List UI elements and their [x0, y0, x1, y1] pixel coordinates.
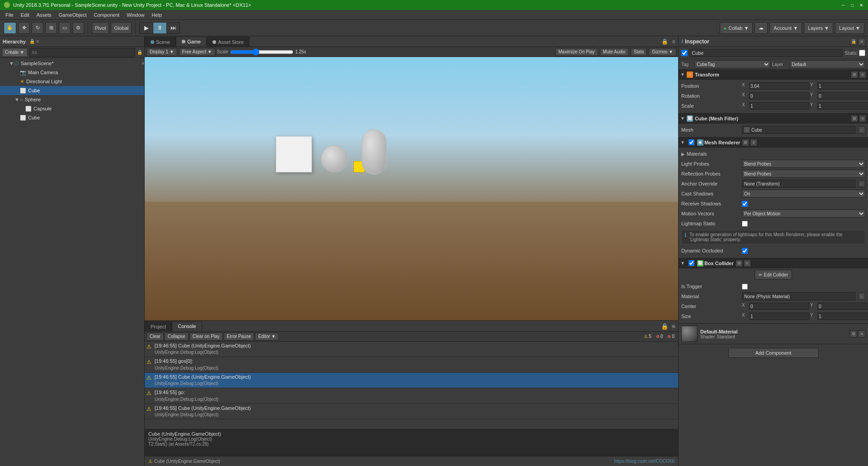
hierarchy-lock-icon[interactable]: 🔒 [29, 39, 35, 44]
hierarchy-search-input[interactable] [29, 48, 135, 57]
scene-viewport[interactable] [145, 57, 678, 320]
hand-tool-button[interactable]: ✋ [4, 22, 16, 34]
console-log-entry-3[interactable]: ⚠ [19:46:55] go: UnityEngine.Debug:Log(O… [145, 388, 678, 404]
is-trigger-checkbox[interactable] [742, 284, 748, 290]
play-button[interactable]: ▶ [139, 22, 153, 34]
light-probes-select[interactable]: Blend Probes [742, 160, 865, 168]
menu-item-assets[interactable]: Assets [33, 11, 55, 19]
transform-more-button[interactable]: ≡ [859, 71, 866, 78]
pos-y-field[interactable] [817, 82, 868, 90]
motion-vectors-select[interactable]: Per Object Motion [742, 209, 865, 218]
mesh-select-button[interactable]: ○ [858, 126, 865, 133]
clear-button[interactable]: Clear [146, 333, 164, 341]
gizmos-button[interactable]: Gizmos ▼ [649, 48, 676, 56]
reflection-probes-select[interactable]: Blend Probes [742, 170, 865, 178]
rot-x-field[interactable] [749, 92, 809, 100]
custom-tool-button[interactable]: ⚙ [72, 22, 84, 34]
cloud-button[interactable]: ☁ [755, 22, 768, 34]
anchor-select-button[interactable]: ○ [858, 180, 865, 187]
material-settings-button[interactable]: ⚙ [850, 330, 857, 338]
close-button[interactable]: ✕ [858, 2, 864, 8]
error-pause-button[interactable]: Error Pause [224, 333, 254, 341]
menu-item-help[interactable]: Help [148, 11, 165, 19]
project-tab[interactable]: Project [145, 321, 172, 331]
transform-component-header[interactable]: ▼ ↔ Transform ⚙ ≡ [679, 70, 868, 80]
rot-y-field[interactable] [817, 92, 868, 100]
hierarchy-item-cube2[interactable]: ⬜ Cube [0, 113, 144, 122]
console-log-entry-0[interactable]: ⚠ [19:46:55] Cube (UnityEngine.GameObjec… [145, 342, 678, 357]
box-collider-settings-button[interactable]: ⚙ [736, 260, 743, 267]
view-panel-more-icon[interactable]: ≡ [669, 37, 678, 47]
editor-button[interactable]: Editor ▼ [255, 333, 279, 341]
step-button[interactable]: ⏭ [166, 22, 180, 34]
pause-button[interactable]: ⏸ [153, 22, 166, 34]
scale-tool-button[interactable]: ⊞ [45, 22, 57, 34]
transform-settings-button[interactable]: ⚙ [851, 71, 858, 78]
console-more-icon[interactable]: ≡ [669, 321, 678, 331]
cast-shadows-select[interactable]: On [742, 190, 865, 198]
cen-x-field[interactable] [749, 303, 809, 310]
console-lock-icon[interactable]: 🔒 [660, 321, 669, 331]
mesh-filter-more-button[interactable]: ≡ [859, 115, 866, 122]
account-button[interactable]: Account ▼ [769, 22, 802, 34]
minimize-button[interactable]: ─ [840, 2, 846, 8]
receive-shadows-checkbox[interactable] [742, 201, 748, 207]
materials-expand-arrow[interactable]: ▶ [681, 152, 685, 157]
collider-material-select-button[interactable]: ○ [858, 293, 865, 300]
console-log-entry-4[interactable]: ⚠ [19:46:55] Cube (UnityEngine.GameObjec… [145, 404, 678, 419]
aspect-button[interactable]: Free Aspect ▼ [179, 48, 215, 56]
hierarchy-item-sphere[interactable]: ▼ ○ Sphere [0, 95, 144, 104]
menu-item-file[interactable]: File [2, 11, 17, 19]
layout-button[interactable]: Layout ▼ [835, 22, 864, 34]
menu-item-component[interactable]: Component [90, 11, 123, 19]
box-collider-more-button[interactable]: ≡ [744, 260, 751, 267]
rotate-tool-button[interactable]: ↻ [32, 22, 43, 34]
box-collider-enabled-checkbox[interactable] [689, 260, 694, 266]
hierarchy-item-directional-light[interactable]: ☀ Directional Light [0, 77, 144, 86]
menu-item-gameobject[interactable]: GameObject [55, 11, 90, 19]
collapse-button[interactable]: Collapse [165, 333, 189, 341]
add-component-button[interactable]: Add Component [728, 348, 819, 358]
global-button[interactable]: Global [111, 22, 132, 34]
box-collider-header[interactable]: ▼ ⬜ Box Collider ⚙ ≡ [679, 258, 868, 268]
sca-y-field[interactable] [817, 102, 868, 109]
hierarchy-item-capsule[interactable]: ⬜ Capsule [0, 104, 144, 113]
inspector-more-button[interactable]: ≡ [858, 38, 865, 45]
game-tab[interactable]: Game [176, 37, 207, 47]
inspector-lock-button[interactable]: 🔒 [850, 38, 857, 45]
console-tab[interactable]: Console [172, 321, 202, 331]
static-checkbox[interactable] [859, 50, 865, 56]
maximize-on-play-button[interactable]: Maximize On Play [555, 48, 598, 56]
asset-store-tab[interactable]: Asset Store [207, 37, 250, 47]
mute-audio-button[interactable]: Mute Audio [600, 48, 629, 56]
menu-item-edit[interactable]: Edit [17, 11, 33, 19]
layer-select[interactable]: Default [790, 60, 866, 68]
move-tool-button[interactable]: ✥ [18, 22, 30, 34]
display-button[interactable]: Display 1 ▼ [146, 48, 177, 56]
hierarchy-lock-btn[interactable]: 🔒 [137, 50, 142, 55]
size-x-field[interactable] [749, 313, 809, 320]
layers-button[interactable]: Layers ▼ [804, 22, 833, 34]
maximize-button[interactable]: □ [849, 2, 855, 8]
sca-x-field[interactable] [749, 102, 809, 109]
clear-on-play-button[interactable]: Clear on Play [189, 333, 223, 341]
cen-y-field[interactable] [817, 303, 868, 310]
scale-slider[interactable] [230, 50, 293, 54]
mesh-renderer-more-button[interactable]: ≡ [750, 139, 757, 146]
tag-select[interactable]: CubeTag [694, 60, 770, 68]
object-active-checkbox[interactable] [681, 50, 688, 56]
scene-more-icon[interactable]: ≡ [142, 61, 144, 66]
stats-button[interactable]: Stats [631, 48, 647, 56]
mesh-filter-settings-button[interactable]: ⚙ [851, 115, 858, 122]
mesh-filter-header[interactable]: ▼ ⬜ Cube (Mesh Filter) ⚙ ≡ [679, 114, 868, 124]
edit-collider-button[interactable]: ✏ Edit Collider [755, 270, 793, 280]
menu-item-window[interactable]: Window [123, 11, 148, 19]
hierarchy-create-button[interactable]: Create ▼ [2, 48, 28, 57]
hierarchy-item-cube[interactable]: ⬜ Cube [0, 86, 144, 95]
view-panel-lock-icon[interactable]: 🔒 [660, 37, 669, 47]
dynamic-occluded-checkbox[interactable] [742, 248, 748, 254]
lightmap-static-checkbox[interactable] [742, 221, 748, 227]
mesh-renderer-header[interactable]: ▼ ▣ Mesh Renderer ⚙ ≡ [679, 138, 868, 147]
size-y-field[interactable] [817, 313, 868, 320]
material-more-button[interactable]: ≡ [858, 330, 865, 338]
